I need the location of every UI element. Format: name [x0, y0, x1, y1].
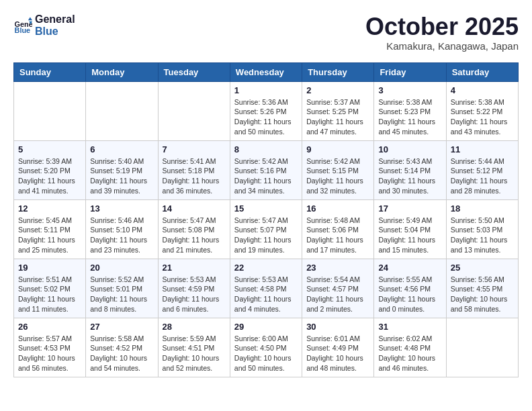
- calendar-cell: 27Sunrise: 5:58 AM Sunset: 4:52 PM Dayli…: [86, 318, 158, 377]
- calendar-cell: 14Sunrise: 5:47 AM Sunset: 5:08 PM Dayli…: [158, 199, 230, 259]
- day-number: 31: [378, 322, 441, 332]
- calendar-cell: 11Sunrise: 5:44 AM Sunset: 5:12 PM Dayli…: [446, 140, 518, 199]
- day-number: 25: [451, 263, 514, 273]
- weekday-header-saturday: Saturday: [446, 62, 518, 81]
- day-info: Sunrise: 5:47 AM Sunset: 5:08 PM Dayligh…: [163, 216, 226, 255]
- day-number: 2: [306, 85, 369, 95]
- calendar-cell: 6Sunrise: 5:40 AM Sunset: 5:19 PM Daylig…: [86, 140, 158, 199]
- day-number: 6: [90, 144, 153, 154]
- calendar-cell: 3Sunrise: 5:38 AM Sunset: 5:23 PM Daylig…: [374, 81, 446, 140]
- day-number: 21: [163, 263, 226, 273]
- location: Kamakura, Kanagawa, Japan: [365, 40, 519, 52]
- day-info: Sunrise: 5:50 AM Sunset: 5:03 PM Dayligh…: [451, 216, 514, 255]
- weekday-header-thursday: Thursday: [302, 62, 374, 81]
- logo: General Blue General Blue: [13, 13, 75, 37]
- calendar-cell: 21Sunrise: 5:53 AM Sunset: 4:59 PM Dayli…: [158, 259, 230, 318]
- day-number: 15: [234, 203, 298, 214]
- day-info: Sunrise: 6:02 AM Sunset: 4:48 PM Dayligh…: [378, 334, 441, 373]
- calendar-cell: 13Sunrise: 5:46 AM Sunset: 5:10 PM Dayli…: [86, 199, 158, 259]
- day-number: 28: [163, 322, 226, 332]
- week-row-1: 1Sunrise: 5:36 AM Sunset: 5:26 PM Daylig…: [14, 81, 519, 140]
- calendar-cell: 12Sunrise: 5:45 AM Sunset: 5:11 PM Dayli…: [14, 199, 86, 259]
- calendar-cell: 8Sunrise: 5:42 AM Sunset: 5:16 PM Daylig…: [230, 140, 302, 199]
- day-info: Sunrise: 5:51 AM Sunset: 5:02 PM Dayligh…: [18, 275, 81, 314]
- day-number: 3: [378, 85, 441, 95]
- calendar-cell: 30Sunrise: 6:01 AM Sunset: 4:49 PM Dayli…: [302, 318, 374, 377]
- day-number: 10: [378, 144, 441, 154]
- calendar-cell: 7Sunrise: 5:41 AM Sunset: 5:18 PM Daylig…: [158, 140, 230, 199]
- calendar-cell: [446, 318, 518, 377]
- calendar-cell: 2Sunrise: 5:37 AM Sunset: 5:25 PM Daylig…: [302, 81, 374, 140]
- day-number: 12: [18, 203, 81, 214]
- day-info: Sunrise: 6:01 AM Sunset: 4:49 PM Dayligh…: [306, 334, 369, 373]
- week-row-4: 19Sunrise: 5:51 AM Sunset: 5:02 PM Dayli…: [14, 259, 519, 318]
- day-info: Sunrise: 5:37 AM Sunset: 5:25 PM Dayligh…: [306, 97, 369, 137]
- day-number: 11: [451, 144, 514, 154]
- day-info: Sunrise: 5:40 AM Sunset: 5:19 PM Dayligh…: [90, 156, 153, 196]
- weekday-header-monday: Monday: [86, 62, 158, 81]
- svg-marker-2: [28, 17, 32, 20]
- calendar-cell: 16Sunrise: 5:48 AM Sunset: 5:06 PM Dayli…: [302, 199, 374, 259]
- day-number: 23: [306, 263, 369, 273]
- calendar-cell: 23Sunrise: 5:54 AM Sunset: 4:57 PM Dayli…: [302, 259, 374, 318]
- logo-line1: General: [35, 13, 75, 26]
- day-info: Sunrise: 5:48 AM Sunset: 5:06 PM Dayligh…: [306, 216, 369, 255]
- day-info: Sunrise: 5:57 AM Sunset: 4:53 PM Dayligh…: [18, 334, 81, 373]
- day-info: Sunrise: 5:38 AM Sunset: 5:22 PM Dayligh…: [451, 97, 514, 137]
- day-info: Sunrise: 5:43 AM Sunset: 5:14 PM Dayligh…: [378, 156, 441, 196]
- weekday-header-sunday: Sunday: [14, 62, 86, 81]
- day-number: 13: [90, 203, 153, 214]
- week-row-3: 12Sunrise: 5:45 AM Sunset: 5:11 PM Dayli…: [14, 199, 519, 259]
- weekday-header-row: SundayMondayTuesdayWednesdayThursdayFrid…: [14, 62, 519, 81]
- calendar-cell: [86, 81, 158, 140]
- calendar-cell: 20Sunrise: 5:52 AM Sunset: 5:01 PM Dayli…: [86, 259, 158, 318]
- day-info: Sunrise: 5:53 AM Sunset: 4:58 PM Dayligh…: [234, 275, 298, 314]
- day-info: Sunrise: 5:58 AM Sunset: 4:52 PM Dayligh…: [90, 334, 153, 373]
- day-info: Sunrise: 6:00 AM Sunset: 4:50 PM Dayligh…: [234, 334, 298, 373]
- svg-text:Blue: Blue: [15, 26, 31, 34]
- calendar-cell: 26Sunrise: 5:57 AM Sunset: 4:53 PM Dayli…: [14, 318, 86, 377]
- week-row-5: 26Sunrise: 5:57 AM Sunset: 4:53 PM Dayli…: [14, 318, 519, 377]
- calendar-cell: 17Sunrise: 5:49 AM Sunset: 5:04 PM Dayli…: [374, 199, 446, 259]
- day-info: Sunrise: 5:49 AM Sunset: 5:04 PM Dayligh…: [378, 216, 441, 255]
- calendar-cell: 4Sunrise: 5:38 AM Sunset: 5:22 PM Daylig…: [446, 81, 518, 140]
- calendar-cell: 1Sunrise: 5:36 AM Sunset: 5:26 PM Daylig…: [230, 81, 302, 140]
- day-info: Sunrise: 5:56 AM Sunset: 4:55 PM Dayligh…: [451, 275, 514, 314]
- calendar-cell: [14, 81, 86, 140]
- calendar-cell: 22Sunrise: 5:53 AM Sunset: 4:58 PM Dayli…: [230, 259, 302, 318]
- day-number: 9: [306, 144, 369, 154]
- calendar-cell: 9Sunrise: 5:42 AM Sunset: 5:15 PM Daylig…: [302, 140, 374, 199]
- day-number: 8: [234, 144, 298, 154]
- logo-icon: General Blue: [13, 16, 32, 35]
- day-info: Sunrise: 5:42 AM Sunset: 5:16 PM Dayligh…: [234, 156, 298, 196]
- calendar-table: SundayMondayTuesdayWednesdayThursdayFrid…: [13, 62, 519, 377]
- day-info: Sunrise: 5:42 AM Sunset: 5:15 PM Dayligh…: [306, 156, 369, 196]
- calendar-cell: 5Sunrise: 5:39 AM Sunset: 5:20 PM Daylig…: [14, 140, 86, 199]
- day-info: Sunrise: 5:44 AM Sunset: 5:12 PM Dayligh…: [451, 156, 514, 196]
- calendar-cell: 18Sunrise: 5:50 AM Sunset: 5:03 PM Dayli…: [446, 199, 518, 259]
- day-number: 17: [378, 203, 441, 214]
- day-info: Sunrise: 5:47 AM Sunset: 5:07 PM Dayligh…: [234, 216, 298, 255]
- calendar-cell: 28Sunrise: 5:59 AM Sunset: 4:51 PM Dayli…: [158, 318, 230, 377]
- weekday-header-wednesday: Wednesday: [230, 62, 302, 81]
- month-title: October 2025: [365, 13, 519, 40]
- day-number: 27: [90, 322, 153, 332]
- day-number: 19: [18, 263, 81, 273]
- logo-line2: Blue: [35, 26, 75, 38]
- calendar-cell: [158, 81, 230, 140]
- calendar-cell: 10Sunrise: 5:43 AM Sunset: 5:14 PM Dayli…: [374, 140, 446, 199]
- page-header: General Blue General Blue October 2025 K…: [13, 13, 519, 52]
- calendar-cell: 24Sunrise: 5:55 AM Sunset: 4:56 PM Dayli…: [374, 259, 446, 318]
- day-number: 5: [18, 144, 81, 154]
- day-info: Sunrise: 5:55 AM Sunset: 4:56 PM Dayligh…: [378, 275, 441, 314]
- day-info: Sunrise: 5:36 AM Sunset: 5:26 PM Dayligh…: [234, 97, 298, 137]
- day-number: 18: [451, 203, 514, 214]
- day-number: 20: [90, 263, 153, 273]
- day-info: Sunrise: 5:54 AM Sunset: 4:57 PM Dayligh…: [306, 275, 369, 314]
- day-number: 22: [234, 263, 298, 273]
- day-number: 24: [378, 263, 441, 273]
- day-number: 26: [18, 322, 81, 332]
- day-info: Sunrise: 5:52 AM Sunset: 5:01 PM Dayligh…: [90, 275, 153, 314]
- day-info: Sunrise: 5:53 AM Sunset: 4:59 PM Dayligh…: [163, 275, 226, 314]
- day-number: 29: [234, 322, 298, 332]
